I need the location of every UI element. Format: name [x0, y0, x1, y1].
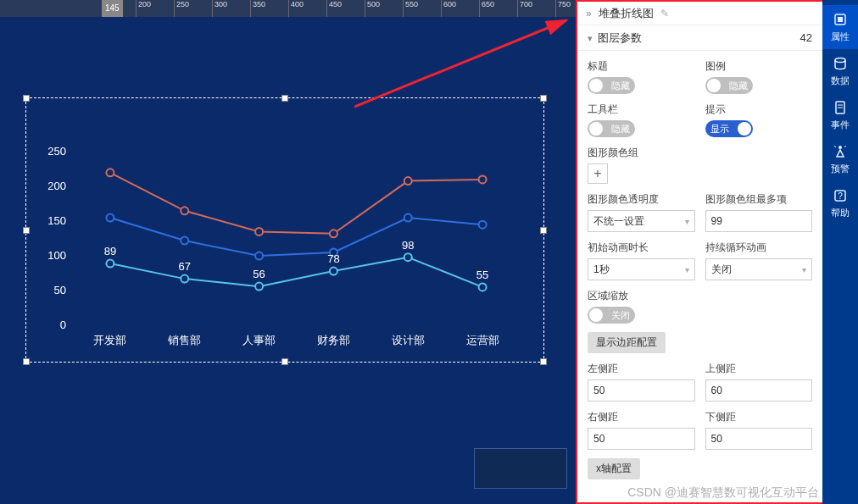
svg-point-26	[255, 283, 263, 291]
svg-line-44	[834, 146, 836, 147]
svg-text:150: 150	[47, 214, 66, 227]
ruler-tick: 200	[136, 0, 151, 17]
ruler-tick: 250	[174, 0, 189, 17]
svg-point-14	[255, 228, 263, 235]
canvas-background[interactable]: 050100150200250开发部销售部人事部财务部设计部运营部8967567…	[0, 17, 576, 504]
data-icon	[833, 56, 848, 71]
ruler-marker: 145	[102, 0, 123, 17]
label-legend: 图例	[705, 59, 813, 74]
properties-panel: » 堆叠折线图 ✎ ▾图层参数 42 标题隐藏 图例隐藏 工具栏隐藏 提示显示 …	[576, 0, 822, 504]
collapse-icon[interactable]: »	[586, 8, 592, 19]
label-opacity: 图形颜色透明度	[588, 192, 695, 207]
select-opacity[interactable]: 不统一设置▾	[588, 210, 695, 232]
margin-config-button[interactable]: 显示边距配置	[588, 332, 666, 353]
ruler-tick: 600	[441, 0, 456, 17]
svg-line-45	[844, 146, 846, 147]
input-max-items[interactable]: 99	[705, 210, 813, 232]
svg-text:78: 78	[327, 252, 339, 265]
input-top-margin[interactable]: 60	[705, 379, 813, 402]
side-tabs: 属性数据事件预警?帮助	[822, 0, 858, 504]
minimap[interactable]	[474, 448, 567, 489]
svg-point-39	[835, 58, 845, 62]
select-loop-anim[interactable]: 关闭▾	[705, 258, 813, 280]
label-color-group: 图形颜色组	[588, 146, 812, 160]
svg-text:250: 250	[47, 145, 66, 158]
panel-title: 堆叠折线图	[599, 6, 654, 21]
svg-point-17	[479, 175, 487, 183]
sidetab-event[interactable]: 事件	[822, 93, 858, 137]
chevron-down-icon: ▾	[802, 265, 806, 274]
sidetab-label: 数据	[831, 75, 850, 87]
svg-text:0: 0	[60, 318, 66, 331]
ruler-tick: 550	[403, 0, 418, 17]
ruler-tick: 650	[479, 0, 494, 17]
sidetab-label: 属性	[831, 30, 850, 43]
sidetab-props[interactable]: 属性	[822, 5, 858, 49]
svg-point-28	[404, 253, 412, 261]
toggle-zoom[interactable]: 关闭	[588, 307, 635, 324]
input-left-margin[interactable]: 50	[588, 379, 695, 402]
svg-text:100: 100	[47, 249, 66, 262]
toggle-title[interactable]: 隐藏	[588, 77, 635, 94]
label-right-margin: 右侧距	[588, 410, 695, 424]
svg-point-23	[479, 221, 487, 229]
chevron-down-icon: ▾	[685, 265, 689, 274]
svg-text:56: 56	[253, 268, 265, 280]
select-anim-duration[interactable]: 1秒▾	[588, 258, 695, 280]
ruler-tick: 300	[212, 0, 227, 17]
svg-point-18	[106, 214, 114, 222]
input-bottom-margin[interactable]: 50	[705, 428, 813, 450]
ruler-tick: 400	[288, 0, 304, 17]
ruler-tick: 450	[326, 0, 342, 17]
alert-icon	[833, 144, 848, 159]
svg-text:55: 55	[476, 269, 488, 281]
ruler-tick: 500	[365, 0, 380, 17]
event-icon	[833, 100, 848, 115]
help-icon: ?	[833, 188, 848, 203]
svg-point-22	[404, 214, 412, 222]
sidetab-label: 事件	[831, 119, 850, 131]
label-left-margin: 左侧距	[588, 362, 695, 376]
toggle-toolbar[interactable]: 隐藏	[588, 120, 635, 137]
label-toolbar: 工具栏	[588, 102, 695, 117]
svg-point-27	[330, 268, 337, 275]
section-header[interactable]: ▾图层参数 42	[577, 25, 822, 51]
param-count: 42	[800, 31, 812, 44]
input-right-margin[interactable]: 50	[588, 428, 695, 450]
svg-rect-38	[838, 17, 843, 22]
sidetab-alert[interactable]: 预警	[822, 137, 858, 181]
label-top-margin: 上侧距	[705, 362, 813, 376]
canvas-area[interactable]: 200250300350400450500550600650700750 145…	[0, 0, 576, 504]
svg-text:?: ?	[838, 191, 843, 201]
svg-text:200: 200	[47, 180, 66, 192]
axis-config-button[interactable]: x轴配置	[588, 458, 640, 479]
edit-icon[interactable]: ✎	[660, 8, 669, 19]
svg-text:50: 50	[54, 284, 66, 296]
svg-point-19	[181, 237, 188, 245]
svg-point-25	[181, 275, 188, 283]
label-tooltip: 提示	[705, 102, 813, 117]
label-zoom: 区域缩放	[588, 289, 812, 303]
sidetab-data[interactable]: 数据	[822, 49, 858, 93]
chevron-down-icon: ▾	[685, 217, 689, 226]
svg-text:开发部: 开发部	[93, 334, 126, 346]
stacked-line-chart: 050100150200250开发部销售部人事部财务部设计部运营部8967567…	[26, 98, 545, 363]
label-title: 标题	[588, 59, 695, 74]
add-color-button[interactable]: +	[588, 163, 608, 184]
ruler-tick: 350	[250, 0, 265, 17]
props-icon	[833, 12, 848, 27]
label-max-items: 图形颜色组最多项	[705, 192, 813, 207]
label-loop-anim: 持续循环动画	[705, 241, 813, 255]
panel-header: » 堆叠折线图 ✎	[577, 2, 822, 25]
sidetab-label: 帮助	[831, 207, 850, 219]
label-anim-duration: 初始动画时长	[588, 241, 695, 255]
svg-point-24	[106, 260, 114, 268]
chart-selection[interactable]: 050100150200250开发部销售部人事部财务部设计部运营部8967567…	[25, 97, 544, 363]
toggle-legend[interactable]: 隐藏	[705, 77, 753, 94]
svg-text:运营部: 运营部	[466, 334, 499, 346]
sidetab-label: 预警	[831, 163, 850, 175]
svg-point-16	[404, 177, 412, 185]
toggle-tooltip[interactable]: 显示	[705, 120, 753, 137]
svg-point-20	[255, 252, 263, 260]
sidetab-help[interactable]: ?帮助	[822, 181, 858, 225]
